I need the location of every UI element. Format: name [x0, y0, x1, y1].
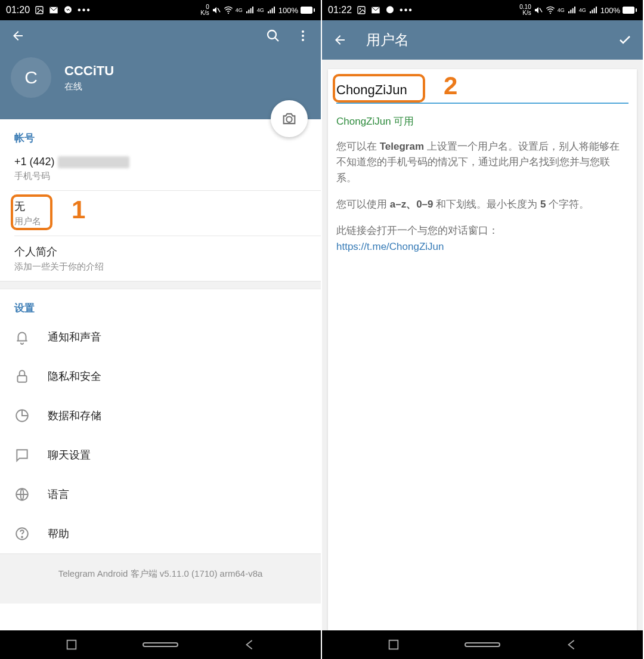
svg-point-21 — [386, 6, 394, 13]
signal-4g-2: 4G — [257, 7, 264, 13]
section-settings: 设置 — [0, 289, 321, 317]
lock-icon — [14, 369, 30, 384]
camera-fab[interactable] — [271, 100, 308, 137]
help-icon — [14, 526, 30, 542]
username-value: 无 — [14, 199, 306, 214]
wifi-icon — [546, 5, 555, 15]
left-phone: 01:20 ••• 0 K/s 4G 4G 100% — [0, 0, 322, 659]
settings-label: 语言 — [48, 487, 69, 502]
search-button[interactable] — [265, 27, 281, 44]
svg-point-5 — [228, 13, 229, 14]
signal-4g-1: 4G — [236, 7, 243, 13]
bio-title: 个人简介 — [14, 245, 306, 259]
confirm-button[interactable] — [617, 32, 633, 48]
section-gap — [0, 281, 321, 289]
hangouts-icon — [385, 5, 395, 15]
settings-label: 数据和存储 — [48, 409, 101, 423]
more-button[interactable] — [295, 27, 311, 44]
home-button[interactable] — [143, 642, 178, 647]
profile-status: 在线 — [64, 81, 114, 92]
svg-line-7 — [275, 38, 278, 41]
battery-percent: 100% — [600, 6, 620, 15]
net-speed: 0 K/s — [200, 4, 209, 16]
settings-chat[interactable]: 聊天设置 — [0, 435, 321, 475]
settings-data[interactable]: 数据和存储 — [0, 396, 321, 435]
svg-rect-0 — [36, 7, 43, 14]
svg-point-19 — [360, 8, 361, 10]
svg-point-1 — [38, 8, 39, 10]
back-sys-button[interactable] — [243, 638, 256, 651]
username-card: 2 ChongZiJun 可用 您可以在 Telegram 上设置一个用户名。设… — [328, 69, 637, 630]
avatar-letter: C — [24, 67, 38, 88]
more-icon: ••• — [400, 5, 413, 16]
globe-icon — [14, 487, 30, 502]
settings-label: 聊天设置 — [48, 448, 91, 462]
status-bar: 01:20 ••• 0 K/s 4G 4G 100% — [0, 0, 321, 20]
svg-line-22 — [540, 8, 542, 13]
image-icon — [35, 5, 44, 15]
signal-icon-2 — [589, 5, 598, 15]
net-speed: 0.10 K/s — [519, 4, 531, 16]
signal-icon — [567, 5, 577, 15]
system-navbar — [0, 630, 321, 659]
phone-prefix: +1 (442) — [14, 156, 55, 168]
annotation-2: 2 — [444, 72, 457, 100]
image-icon — [357, 5, 366, 15]
battery-icon — [623, 7, 637, 14]
username-desc-2: 您可以使用 a–z、0–9 和下划线。最小长度为 5 个字符。 — [336, 197, 628, 212]
mute-icon — [534, 5, 543, 15]
avatar[interactable]: C — [11, 57, 51, 98]
settings-notifications[interactable]: 通知和声音 — [0, 317, 321, 357]
settings-privacy[interactable]: 隐私和安全 — [0, 357, 321, 396]
annotation-1: 1 — [72, 196, 85, 224]
settings-language[interactable]: 语言 — [0, 475, 321, 514]
svg-rect-17 — [67, 641, 76, 649]
settings-help[interactable]: 帮助 — [0, 514, 321, 553]
signal-4g-2: 4G — [579, 7, 586, 13]
back-button[interactable] — [10, 27, 26, 44]
settings-label: 帮助 — [48, 527, 69, 541]
svg-point-10 — [302, 39, 304, 41]
chat-icon — [14, 447, 30, 463]
username-label: 用户名 — [14, 216, 306, 227]
data-icon — [14, 408, 30, 423]
profile-header: C CCCiTU 在线 — [0, 51, 321, 119]
back-sys-button[interactable] — [565, 638, 578, 651]
app-bar: 用户名 — [322, 20, 643, 60]
svg-rect-24 — [389, 641, 398, 649]
svg-point-11 — [286, 117, 292, 122]
recents-button[interactable] — [387, 638, 400, 651]
back-button[interactable] — [332, 32, 348, 48]
phone-label: 手机号码 — [14, 171, 306, 182]
status-bar: 01:22 ••• 0.10 K/s 4G 4G 100% — [322, 0, 643, 20]
settings-label: 通知和声音 — [48, 330, 101, 344]
phone-redacted — [58, 156, 129, 168]
row-phone[interactable]: +1 (442) 手机号码 — [0, 147, 321, 190]
page-title: 用户名 — [366, 30, 409, 49]
svg-rect-12 — [17, 376, 26, 382]
system-navbar — [322, 630, 643, 659]
wifi-icon — [224, 5, 233, 15]
svg-point-23 — [550, 13, 551, 14]
svg-line-4 — [218, 8, 220, 13]
version-footer: Telegram Android 客户端 v5.11.0 (1710) arm6… — [0, 553, 321, 604]
svg-rect-18 — [358, 7, 365, 14]
username-link[interactable]: https://t.me/ChongZiJun — [336, 241, 444, 252]
mail-icon — [49, 5, 58, 15]
app-bar — [0, 20, 321, 51]
home-button[interactable] — [465, 642, 500, 647]
row-bio[interactable]: 个人简介 添加一些关于你的介绍 — [0, 236, 321, 281]
bell-icon — [14, 329, 30, 345]
recents-button[interactable] — [65, 638, 78, 651]
svg-point-16 — [21, 537, 23, 538]
svg-point-6 — [268, 30, 276, 39]
username-input[interactable] — [336, 80, 628, 104]
username-desc-1: 您可以在 Telegram 上设置一个用户名。设置后，别人将能够在不知道您的手机… — [336, 139, 628, 186]
row-username[interactable]: 无 用户名 1 — [0, 191, 321, 236]
signal-icon-2 — [267, 5, 276, 15]
more-icon: ••• — [78, 5, 91, 16]
clock: 01:20 — [6, 5, 30, 16]
right-phone: 01:22 ••• 0.10 K/s 4G 4G 100% 用户名 — [322, 0, 644, 659]
hangouts-icon — [63, 5, 73, 15]
username-desc-3: 此链接会打开一个与您的对话窗口： https://t.me/ChongZiJun — [336, 223, 628, 255]
